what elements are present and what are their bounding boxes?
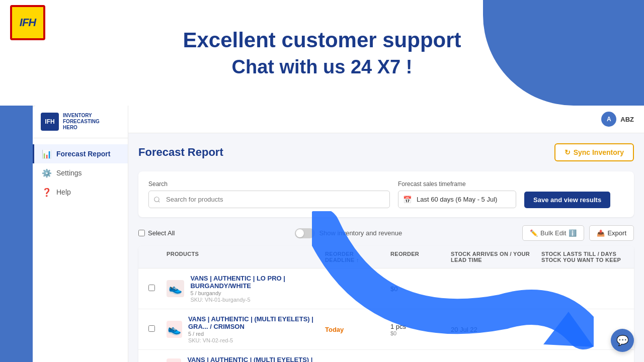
table-row: 👟 VANS | AUTHENTIC | LO PRO | BURGANDY/W… (138, 268, 634, 309)
row-deadline-1: Today (321, 320, 386, 339)
th-reorder: REORDER (386, 246, 447, 268)
main-content: A ABZ Forecast Report ↻ Sync Inventory S… (128, 106, 644, 362)
chat-widget[interactable]: 💬 (611, 329, 634, 352)
product-name-2: VANS | AUTHENTIC | (MULTI EYELETS) | GRA… (187, 356, 317, 362)
toggle-wrap: Show inventory and revenue (295, 228, 402, 238)
row-check-0 (144, 279, 163, 299)
calendar-icon: 📅 (403, 196, 412, 204)
edit-icon: ✏️ (530, 229, 538, 237)
product-info-1: VANS | AUTHENTIC | (MULTI EYELETS) | GRA… (188, 315, 317, 343)
product-variant-0: 5 / burgandy (190, 290, 317, 296)
row-arrives-2: 20 Jul 22 (447, 357, 537, 362)
shoe-image-0: 👟 (169, 282, 182, 295)
banner-subtitle: Chat with us 24 X7 ! (183, 56, 461, 78)
filter-card: Search Forecast sales timeframe 📅 La (138, 171, 634, 217)
search-input[interactable] (148, 191, 390, 208)
product-thumb-2: 👟 (167, 358, 181, 363)
page-header-row: Forecast Report ↻ Sync Inventory (138, 143, 634, 161)
timeframe-group: Forecast sales timeframe 📅 Last 60 days … (398, 180, 516, 208)
row-reorder-2: 1 pcs (386, 357, 447, 362)
product-info-0: VANS | AUTHENTIC | LO PRO | BURGANDY/WHI… (190, 275, 317, 303)
product-sku-0: SKU: VN-01-burgandy-5 (190, 297, 317, 303)
help-icon: ❓ (42, 188, 51, 197)
sync-inventory-button[interactable]: ↻ Sync Inventory (554, 143, 634, 161)
page-body: Forecast Report ↻ Sync Inventory Search (128, 133, 644, 362)
banner-text-block: Excellent customer support Chat with us … (183, 28, 461, 78)
table-head: PRODUCTS REORDER DEADLINE ↑ REORDER STOC… (138, 246, 634, 268)
timeframe-label: Forecast sales timeframe (398, 180, 516, 188)
row-product-1: 👟 VANS | AUTHENTIC | (MULTI EYELETS) | G… (163, 309, 321, 349)
shoe-image-2: 👟 (167, 360, 181, 363)
th-products: PRODUCTS (163, 246, 321, 268)
table-row: 👟 VANS | AUTHENTIC | (MULTI EYELETS) | G… (138, 350, 634, 362)
sidebar-logo-icon: IFH (41, 113, 59, 131)
filter-row: Search Forecast sales timeframe 📅 La (148, 180, 624, 208)
row-arrives-1: 20 Jul 22 (447, 320, 537, 339)
banner-title: Excellent customer support (183, 28, 461, 52)
svg-line-1 (158, 201, 160, 202)
export-button[interactable]: 📤 Export (589, 225, 634, 241)
svg-point-0 (154, 197, 159, 201)
th-stock-lasts: STOCK LASTS TILL / DAYS STOCK YOU WANT T… (537, 246, 628, 268)
select-all-wrap: Select All (138, 229, 175, 237)
product-cell-0: 👟 VANS | AUTHENTIC | LO PRO | BURGANDY/W… (167, 275, 317, 303)
product-thumb-1: 👟 (167, 321, 182, 338)
search-label: Search (148, 180, 390, 188)
row-product-2: 👟 VANS | AUTHENTIC | (MULTI EYELETS) | G… (163, 350, 321, 362)
sidebar-item-help[interactable]: ❓ Help (33, 183, 128, 202)
search-group: Search (148, 180, 390, 208)
sidebar-nav: 📊 Forecast Report ⚙️ Settings ❓ Help (33, 138, 128, 362)
inventory-toggle[interactable] (295, 228, 315, 238)
export-icon: 📤 (597, 229, 605, 237)
table-row: 👟 VANS | AUTHENTIC | (MULTI EYELETS) | G… (138, 309, 634, 350)
th-stock-arrives: STOCK ARRIVES ON / YOUR LEAD TIME (447, 246, 537, 268)
sync-icon: ↻ (565, 148, 571, 156)
product-cell-2: 👟 VANS | AUTHENTIC | (MULTI EYELETS) | G… (167, 356, 317, 362)
left-accent (0, 106, 33, 362)
row-checkbox-0[interactable] (148, 285, 155, 291)
sidebar-item-label-help: Help (56, 188, 71, 196)
app-container: IFH INVENTORYFORECASTINGHERO 📊 Forecast … (33, 106, 644, 362)
info-icon: ℹ️ (569, 229, 577, 237)
toggle-label: Show inventory and revenue (319, 229, 402, 237)
main-header: A ABZ (128, 106, 644, 133)
product-thumb-0: 👟 (167, 280, 184, 297)
row-lasts-2: 19 Aug 22 (537, 357, 628, 362)
avatar: A (601, 112, 616, 127)
sidebar: IFH INVENTORYFORECASTINGHERO 📊 Forecast … (33, 106, 128, 362)
select-all-label: Select All (148, 229, 175, 237)
row-arrives-0 (447, 283, 537, 295)
shoe-image-1: 👟 (168, 323, 181, 336)
sidebar-logo-text: INVENTORYFORECASTINGHERO (63, 113, 100, 131)
sidebar-item-forecast[interactable]: 📊 Forecast Report (33, 144, 128, 163)
table-actions: ✏️ Bulk Edit ℹ️ 📤 Export (522, 225, 634, 241)
row-check-2 (144, 357, 163, 363)
product-name-1: VANS | AUTHENTIC | (MULTI EYELETS) | GRA… (188, 315, 317, 330)
timeframe-select[interactable]: Last 60 days (6 May - 5 Jul) (398, 191, 516, 208)
top-banner: IFH Excellent customer support Chat with… (0, 0, 644, 106)
sidebar-item-label-forecast: Forecast Report (56, 150, 110, 158)
th-reorder-deadline: REORDER DEADLINE ↑ (321, 246, 386, 268)
date-select-wrap: 📅 Last 60 days (6 May - 5 Jul) (398, 191, 516, 208)
settings-icon: ⚙️ (42, 168, 51, 177)
row-deadline-0 (321, 283, 386, 295)
chat-icon: 💬 (616, 334, 629, 346)
banner-bg-shape (483, 0, 644, 106)
save-view-button[interactable]: Save and view results (524, 192, 610, 208)
forecast-icon: 📊 (42, 149, 51, 158)
select-all-checkbox[interactable] (138, 230, 145, 236)
sidebar-item-settings[interactable]: ⚙️ Settings (33, 163, 128, 183)
row-product-0: 👟 VANS | AUTHENTIC | LO PRO | BURGANDY/W… (163, 268, 321, 309)
row-reorder-1: 1 pcs $0 (386, 317, 447, 342)
product-info-2: VANS | AUTHENTIC | (MULTI EYELETS) | GRA… (187, 356, 317, 362)
sidebar-item-label-settings: Settings (56, 169, 82, 177)
product-name-0: VANS | AUTHENTIC | LO PRO | BURGANDY/WHI… (190, 275, 317, 290)
page-title: Forecast Report (138, 146, 223, 159)
data-table: PRODUCTS REORDER DEADLINE ↑ REORDER STOC… (138, 246, 634, 362)
user-name: ABZ (620, 116, 634, 123)
top-logo-badge: IFH (10, 5, 45, 40)
row-checkbox-1[interactable] (148, 325, 155, 332)
bulk-edit-button[interactable]: ✏️ Bulk Edit ℹ️ (522, 225, 584, 241)
product-cell-1: 👟 VANS | AUTHENTIC | (MULTI EYELETS) | G… (167, 315, 317, 343)
product-sku-1: SKU: VN-02-red-5 (188, 337, 317, 343)
